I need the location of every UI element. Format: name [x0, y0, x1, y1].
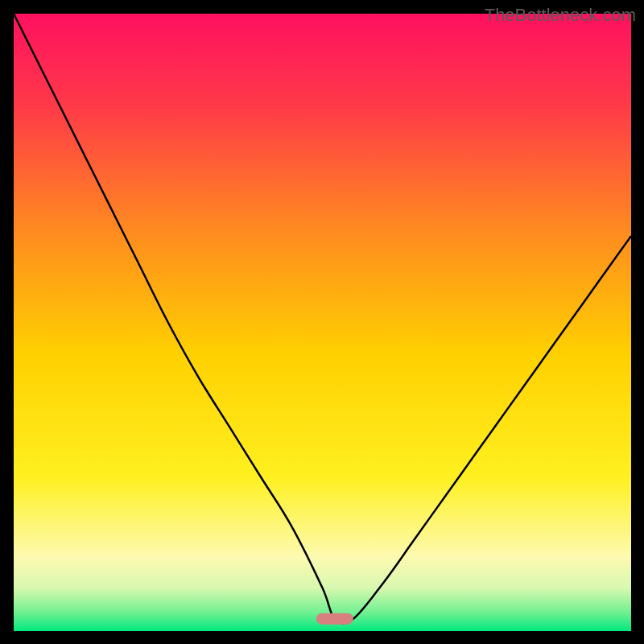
chart-canvas	[14, 14, 631, 631]
minimum-marker	[316, 613, 353, 625]
gradient-background	[14, 14, 631, 631]
watermark-text: TheBottleneck.com	[485, 5, 636, 26]
